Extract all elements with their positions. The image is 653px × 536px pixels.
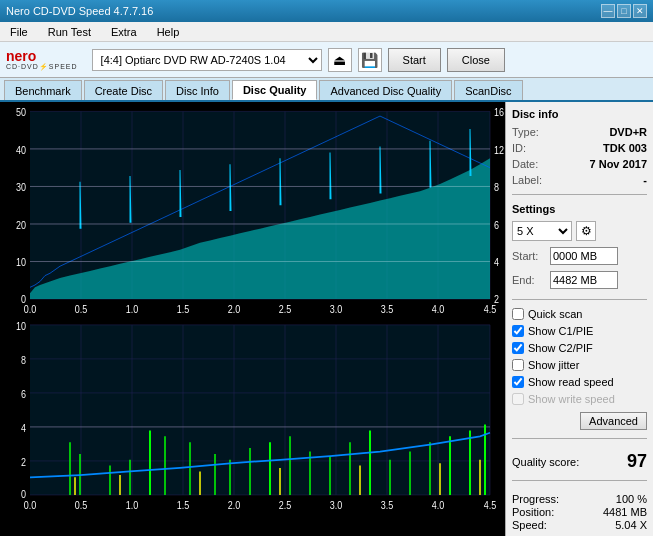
disc-date-label: Date: [512, 158, 538, 170]
menu-run-test[interactable]: Run Test [42, 24, 97, 40]
svg-text:1.5: 1.5 [177, 499, 190, 511]
speed-select[interactable]: 5 X [512, 221, 572, 241]
logo-cdspeed: CD·DVD⚡SPEED [6, 63, 78, 70]
show-read-speed-row: Show read speed [512, 376, 647, 388]
show-c1pie-checkbox[interactable] [512, 325, 524, 337]
right-panel: Disc info Type: DVD+R ID: TDK 003 Date: … [505, 102, 653, 536]
position-value: 4481 MB [603, 506, 647, 518]
svg-text:8: 8 [21, 354, 27, 366]
show-c1pie-row: Show C1/PIE [512, 325, 647, 337]
menu-help[interactable]: Help [151, 24, 186, 40]
start-button[interactable]: Start [388, 48, 441, 72]
menu-file[interactable]: File [4, 24, 34, 40]
close-button[interactable]: ✕ [633, 4, 647, 18]
speed-row: Speed: 5.04 X [512, 519, 647, 531]
quick-scan-row: Quick scan [512, 308, 647, 320]
svg-text:2.0: 2.0 [228, 499, 241, 511]
disc-label-value: - [643, 174, 647, 186]
divider-3 [512, 438, 647, 439]
svg-text:4.0: 4.0 [432, 303, 445, 315]
svg-text:4.0: 4.0 [432, 499, 445, 511]
save-button[interactable]: 💾 [358, 48, 382, 72]
start-mb-row: Start: [512, 247, 647, 265]
show-jitter-row: Show jitter [512, 359, 647, 371]
quality-score-label: Quality score: [512, 456, 579, 468]
show-write-speed-label: Show write speed [528, 393, 615, 405]
tab-advanced-disc-quality[interactable]: Advanced Disc Quality [319, 80, 452, 100]
svg-text:0.0: 0.0 [24, 303, 37, 315]
quick-scan-checkbox[interactable] [512, 308, 524, 320]
svg-text:3.5: 3.5 [381, 499, 394, 511]
advanced-button[interactable]: Advanced [580, 412, 647, 430]
svg-text:16: 16 [494, 106, 505, 118]
end-label: End: [512, 274, 546, 286]
quick-scan-label: Quick scan [528, 308, 582, 320]
divider-1 [512, 194, 647, 195]
show-c1pie-label: Show C1/PIE [528, 325, 593, 337]
tabs: Benchmark Create Disc Disc Info Disc Qua… [0, 78, 653, 102]
divider-2 [512, 299, 647, 300]
svg-text:4: 4 [21, 422, 27, 434]
svg-text:30: 30 [16, 181, 27, 193]
svg-text:4.5: 4.5 [484, 303, 497, 315]
end-input[interactable] [550, 271, 618, 289]
maximize-button[interactable]: □ [617, 4, 631, 18]
speed-settings-row: 5 X ⚙ [512, 221, 647, 241]
show-read-speed-checkbox[interactable] [512, 376, 524, 388]
disc-id-label: ID: [512, 142, 526, 154]
settings-title: Settings [512, 203, 647, 215]
speed-value: 5.04 X [615, 519, 647, 531]
svg-text:2.5: 2.5 [279, 499, 292, 511]
close-drive-button[interactable]: Close [447, 48, 505, 72]
chart-area: 50 40 30 20 10 0 16 12 8 6 4 2 0.0 0.5 1… [0, 102, 505, 536]
progress-row: Progress: 100 % [512, 493, 647, 505]
start-input[interactable] [550, 247, 618, 265]
disc-date-row: Date: 7 Nov 2017 [512, 158, 647, 170]
show-c2pif-label: Show C2/PIF [528, 342, 593, 354]
svg-rect-43 [30, 325, 490, 495]
position-row: Position: 4481 MB [512, 506, 647, 518]
tab-create-disc[interactable]: Create Disc [84, 80, 163, 100]
svg-text:0.5: 0.5 [75, 303, 88, 315]
svg-text:2.5: 2.5 [279, 303, 292, 315]
settings-icon-btn[interactable]: ⚙ [576, 221, 596, 241]
quality-score-value: 97 [627, 451, 647, 472]
progress-section: Progress: 100 % Position: 4481 MB Speed:… [512, 493, 647, 532]
svg-text:3.0: 3.0 [330, 499, 343, 511]
logo: nero CD·DVD⚡SPEED [6, 49, 78, 70]
minimize-button[interactable]: — [601, 4, 615, 18]
menu-extra[interactable]: Extra [105, 24, 143, 40]
start-label: Start: [512, 250, 546, 262]
svg-text:2: 2 [21, 456, 26, 468]
tab-disc-info[interactable]: Disc Info [165, 80, 230, 100]
svg-text:12: 12 [494, 144, 504, 156]
svg-text:3.0: 3.0 [330, 303, 343, 315]
disc-info-title: Disc info [512, 108, 647, 120]
tab-benchmark[interactable]: Benchmark [4, 80, 82, 100]
show-jitter-label: Show jitter [528, 359, 579, 371]
disc-date-value: 7 Nov 2017 [590, 158, 647, 170]
progress-value: 100 % [616, 493, 647, 505]
chart-svg: 50 40 30 20 10 0 16 12 8 6 4 2 0.0 0.5 1… [0, 102, 505, 536]
toolbar: nero CD·DVD⚡SPEED [4:4] Optiarc DVD RW A… [0, 42, 653, 78]
svg-text:2.0: 2.0 [228, 303, 241, 315]
disc-label-row: Label: - [512, 174, 647, 186]
show-write-speed-row: Show write speed [512, 393, 647, 405]
drive-select[interactable]: [4:4] Optiarc DVD RW AD-7240S 1.04 [92, 49, 322, 71]
disc-label-label: Label: [512, 174, 542, 186]
svg-text:40: 40 [16, 144, 27, 156]
title-bar: Nero CD-DVD Speed 4.7.7.16 — □ ✕ [0, 0, 653, 22]
svg-text:50: 50 [16, 106, 27, 118]
show-write-speed-checkbox [512, 393, 524, 405]
svg-text:6: 6 [494, 219, 500, 231]
show-c2pif-checkbox[interactable] [512, 342, 524, 354]
svg-text:3.5: 3.5 [381, 303, 394, 315]
tab-scan-disc[interactable]: ScanDisc [454, 80, 522, 100]
disc-id-row: ID: TDK 003 [512, 142, 647, 154]
show-jitter-checkbox[interactable] [512, 359, 524, 371]
show-c2pif-row: Show C2/PIF [512, 342, 647, 354]
quality-score-row: Quality score: 97 [512, 451, 647, 472]
eject-button[interactable]: ⏏ [328, 48, 352, 72]
svg-text:10: 10 [16, 257, 27, 269]
tab-disc-quality[interactable]: Disc Quality [232, 80, 318, 100]
